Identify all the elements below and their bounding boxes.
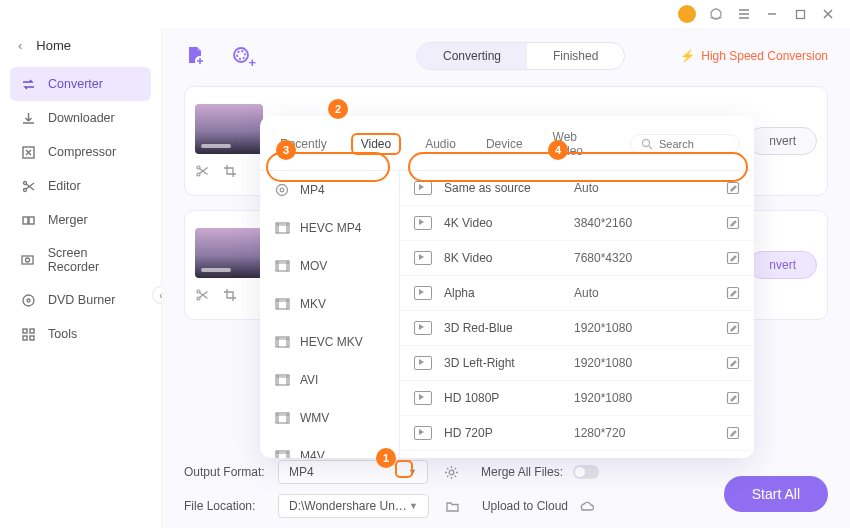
format-item-mkv[interactable]: MKV [260, 285, 399, 323]
sidebar: ‹ Home Converter Downloader Compressor E… [0, 28, 162, 528]
start-all-button[interactable]: Start All [724, 476, 828, 512]
crop-icon[interactable] [223, 164, 237, 178]
video-icon [414, 321, 432, 335]
avatar[interactable] [678, 5, 696, 23]
format-item-mov[interactable]: MOV [260, 247, 399, 285]
edit-preset-icon[interactable] [726, 216, 740, 230]
convert-button[interactable]: nvert [748, 127, 817, 155]
sidebar-item-editor[interactable]: Editor [10, 169, 151, 203]
merge-label: Merge All Files: [481, 465, 563, 479]
video-thumbnail[interactable] [195, 228, 263, 278]
sidebar-item-converter[interactable]: Converter [10, 67, 151, 101]
format-icon [274, 448, 290, 458]
format-label: HEVC MKV [300, 335, 363, 349]
video-icon [414, 251, 432, 265]
settings-icon[interactable] [444, 465, 459, 480]
close-button[interactable] [820, 6, 836, 22]
convert-button[interactable]: nvert [748, 251, 817, 279]
format-item-wmv[interactable]: WMV [260, 399, 399, 437]
format-icon [274, 372, 290, 388]
sidebar-item-label: Downloader [48, 111, 115, 125]
edit-preset-icon[interactable] [726, 426, 740, 440]
preset-item[interactable]: 8K Video7680*4320 [400, 241, 754, 276]
format-item-hevc-mp4[interactable]: HEVC MP4 [260, 209, 399, 247]
svg-point-24 [280, 188, 284, 192]
preset-item[interactable]: HD 720P1280*720 [400, 416, 754, 451]
minimize-button[interactable] [764, 6, 780, 22]
output-format-label: Output Format: [184, 465, 268, 479]
svg-point-8 [26, 258, 30, 262]
svg-rect-5 [23, 217, 28, 224]
preset-item[interactable]: AlphaAuto [400, 276, 754, 311]
annotation-badge-2: 2 [328, 99, 348, 119]
sidebar-item-screenrecorder[interactable]: Screen Recorder [10, 237, 151, 283]
preset-resolution: 1920*1080 [574, 356, 684, 370]
merge-toggle[interactable] [573, 465, 599, 479]
svg-rect-13 [23, 336, 27, 340]
format-icon [274, 220, 290, 236]
preset-name: Same as source [444, 181, 574, 195]
compress-icon [20, 144, 36, 160]
edit-preset-icon[interactable] [726, 286, 740, 300]
edit-preset-icon[interactable] [726, 356, 740, 370]
sidebar-item-downloader[interactable]: Downloader [10, 101, 151, 135]
crop-icon[interactable] [223, 288, 237, 302]
preset-name: 3D Left-Right [444, 356, 574, 370]
sidebar-item-compressor[interactable]: Compressor [10, 135, 151, 169]
high-speed-link[interactable]: ⚡ High Speed Conversion [680, 49, 828, 63]
format-icon [274, 334, 290, 350]
trim-icon[interactable] [195, 288, 209, 302]
search-icon [641, 138, 653, 150]
preset-item[interactable]: 3D Left-Right1920*1080 [400, 346, 754, 381]
preset-item[interactable]: 4K Video3840*2160 [400, 206, 754, 241]
preset-resolution: Auto [574, 286, 684, 300]
sidebar-item-merger[interactable]: Merger [10, 203, 151, 237]
format-label: MOV [300, 259, 327, 273]
format-item-avi[interactable]: AVI [260, 361, 399, 399]
edit-preset-icon[interactable] [726, 251, 740, 265]
search-input[interactable] [630, 134, 740, 154]
cloud-icon[interactable] [578, 500, 594, 512]
format-icon [274, 258, 290, 274]
add-file-button[interactable] [184, 44, 208, 68]
sidebar-item-dvdburner[interactable]: DVD Burner [10, 283, 151, 317]
segment-converting[interactable]: Converting [417, 43, 527, 69]
menu-icon[interactable] [736, 6, 752, 22]
chevron-left-icon: ‹ [18, 38, 22, 53]
preset-name: HD 720P [444, 426, 574, 440]
video-icon [414, 181, 432, 195]
upload-label: Upload to Cloud [482, 499, 568, 513]
trim-icon[interactable] [195, 164, 209, 178]
chevron-down-icon: ▼ [409, 501, 418, 511]
edit-preset-icon[interactable] [726, 321, 740, 335]
svg-point-21 [449, 470, 454, 475]
sidebar-home[interactable]: ‹ Home [10, 32, 151, 59]
file-location-label: File Location: [184, 499, 268, 513]
support-icon[interactable] [708, 6, 724, 22]
add-url-button[interactable]: + [230, 44, 254, 68]
sidebar-item-label: Tools [48, 327, 77, 341]
search-field[interactable] [659, 138, 729, 150]
video-icon [414, 286, 432, 300]
edit-preset-icon[interactable] [726, 391, 740, 405]
format-icon [274, 410, 290, 426]
preset-item[interactable]: 3D Red-Blue1920*1080 [400, 311, 754, 346]
annotation-ring-1 [395, 460, 413, 478]
svg-rect-11 [23, 329, 27, 333]
sidebar-item-tools[interactable]: Tools [10, 317, 151, 351]
edit-preset-icon[interactable] [726, 181, 740, 195]
format-label: WMV [300, 411, 329, 425]
preset-resolution: 7680*4320 [574, 251, 684, 265]
maximize-button[interactable] [792, 6, 808, 22]
sidebar-home-label: Home [36, 38, 71, 53]
file-location-select[interactable]: D:\Wondershare UniConverter 1▼ [278, 494, 429, 518]
folder-icon[interactable] [445, 499, 460, 514]
format-item-hevc-mkv[interactable]: HEVC MKV [260, 323, 399, 361]
svg-rect-14 [30, 336, 34, 340]
preset-name: 4K Video [444, 216, 574, 230]
preset-item[interactable]: HD 1080P1920*1080 [400, 381, 754, 416]
status-segment[interactable]: Converting Finished [416, 42, 625, 70]
segment-finished[interactable]: Finished [527, 43, 624, 69]
sidebar-item-label: Converter [48, 77, 103, 91]
video-thumbnail[interactable] [195, 104, 263, 154]
